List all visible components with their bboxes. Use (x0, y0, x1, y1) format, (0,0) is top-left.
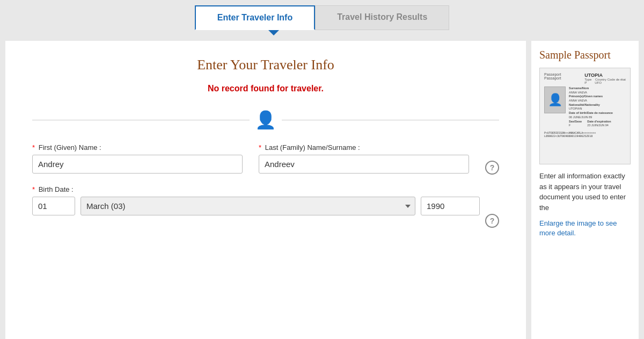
tab-inactive-label: Travel History Results (337, 12, 427, 21)
passport-nationality-row: Nationalité/NationalityUTOPIAN (569, 103, 626, 111)
passport-dob-row: Date of birth/Date de naissance06 JUNE/J… (569, 111, 626, 119)
passport-surname-row: Surname/NomANNA VAEVA (569, 86, 626, 95)
birth-date-inputs: January (01) February (02) March (03) Ap… (32, 197, 499, 228)
tab-bar: Enter Traveler Info Travel History Resul… (0, 0, 644, 30)
main-content: Enter Your Traveler Info No record found… (0, 35, 644, 339)
passport-header: PasseportPassaport UTOPIA Type Country C… (544, 73, 626, 84)
passport-mrz: P<UTOERIESS0N<<ANNACARLA<<<<<<<< L890022… (544, 131, 626, 138)
passport-type-val: P UFO (584, 81, 626, 84)
sidebar-description: Enter all information exactly as it appe… (539, 171, 631, 213)
last-name-input[interactable] (259, 155, 469, 174)
tab-arrow (0, 29, 644, 35)
birth-month-select[interactable]: January (01) February (02) March (03) Ap… (80, 197, 415, 215)
form-title: Enter Your Traveler Info (32, 57, 499, 73)
passport-body: 👤 Surname/NomANNA VAEVA Prénom(s)/Given … (544, 86, 626, 128)
birth-year-input[interactable] (421, 197, 480, 215)
divider-right (282, 120, 499, 120)
sidebar: Sample Passport PasseportPassaport UTOPI… (531, 41, 639, 339)
passport-mockup: PasseportPassaport UTOPIA Type Country C… (540, 68, 630, 164)
person-icon: 👤 (255, 110, 276, 130)
enlarge-text: Enlarge the image to see more detail. (539, 219, 617, 237)
first-name-input[interactable] (32, 155, 243, 174)
enlarge-link[interactable]: Enlarge the image to see more detail. (539, 219, 617, 237)
passport-country-info: UTOPIA Type Country Code de état P UFO (584, 73, 626, 84)
last-name-label: * Last (Family) Name/Surname : (259, 143, 469, 152)
first-name-required: * (32, 143, 35, 152)
help-icon: ? (490, 163, 495, 172)
tab-active-label: Enter Traveler Info (217, 13, 293, 22)
birth-date-label: * Birth Date : (32, 185, 499, 193)
divider-row: 👤 (32, 110, 499, 130)
passport-expiry: Date d'expiration23 JUIN/JUN 94 (587, 120, 611, 128)
divider-left (32, 120, 250, 120)
first-name-group: * First (Given) Name : (32, 143, 243, 174)
birth-day-input[interactable] (32, 197, 75, 215)
error-message: No record found for traveler. (32, 84, 499, 93)
passport-photo: 👤 (544, 86, 566, 113)
last-name-required: * (259, 143, 261, 152)
passport-doc-label: PasseportPassaport (544, 73, 561, 84)
birth-date-row: * Birth Date : January (01) February (02… (32, 185, 499, 228)
first-name-label: * First (Given) Name : (32, 143, 243, 152)
passport-image: PasseportPassaport UTOPIA Type Country C… (539, 68, 631, 164)
birth-date-required: * (32, 185, 35, 193)
sidebar-title: Sample Passport (539, 49, 631, 61)
form-panel: Enter Your Traveler Info No record found… (5, 41, 526, 339)
birth-date-group: * Birth Date : January (01) February (02… (32, 185, 499, 228)
tab-travel-history-results[interactable]: Travel History Results (315, 5, 449, 30)
passport-info-fields: Surname/NomANNA VAEVA Prénom(s)/Given na… (569, 86, 626, 128)
birth-help-icon: ? (490, 217, 495, 225)
passport-sex: Sex/SexeF (569, 120, 582, 128)
passport-photo-avatar: 👤 (548, 93, 562, 107)
last-name-help-button[interactable]: ? (485, 161, 499, 175)
last-name-group: * Last (Family) Name/Surname : (259, 143, 469, 174)
name-row: * First (Given) Name : * Last (Family) N… (32, 143, 499, 175)
passport-sex-expiry-row: Sex/SexeF Date d'expiration23 JUIN/JUN 9… (569, 120, 626, 128)
tab-enter-traveler-info[interactable]: Enter Traveler Info (195, 5, 316, 30)
passport-country: UTOPIA (584, 73, 626, 78)
passport-given-row: Prénom(s)/Given namesANNA VAEVA (569, 95, 626, 103)
birth-date-help-button[interactable]: ? (485, 214, 499, 228)
